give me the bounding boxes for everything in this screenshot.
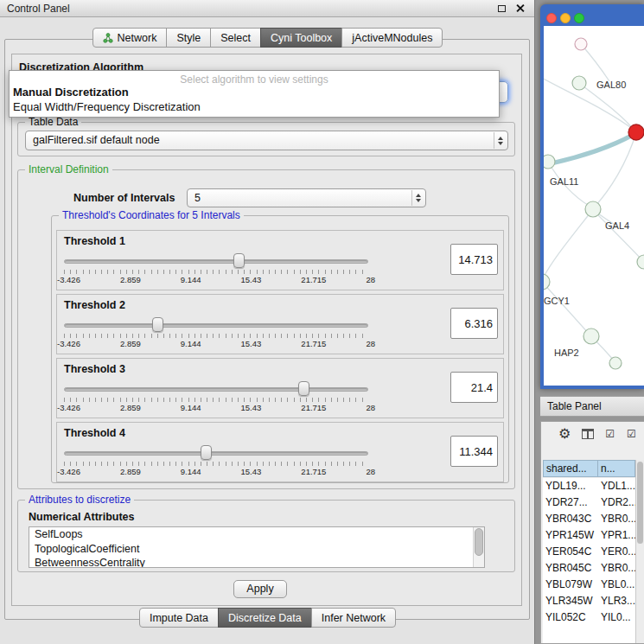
- slider-thumb[interactable]: [152, 317, 163, 332]
- attributes-group-title: Attributes to discretize: [25, 494, 134, 506]
- minimize-traffic-icon[interactable]: [560, 13, 571, 23]
- select-none-checkbox-icon[interactable]: ☑: [627, 429, 637, 439]
- list-item[interactable]: BetweennessCentrality: [29, 556, 484, 568]
- slider-track[interactable]: [64, 387, 368, 392]
- list-scrollbar[interactable]: [473, 527, 484, 567]
- scrollbar-thumb[interactable]: [637, 462, 643, 544]
- scale-label: 21.715: [301, 467, 326, 476]
- network-canvas[interactable]: GAL80 GAL11 GAL4 GCY1 HAP2: [544, 26, 644, 386]
- table-row[interactable]: YBR045C YBR0...: [543, 560, 635, 577]
- num-intervals-combobox[interactable]: 5: [187, 188, 426, 207]
- tab-impute-data[interactable]: Impute Data: [139, 608, 219, 628]
- table-row[interactable]: YLR345W YLR3...: [543, 593, 635, 609]
- table-row[interactable]: YIL052C YIL0...: [543, 609, 635, 626]
- dropdown-option-equal-width[interactable]: Equal Width/Frequency Discretization: [10, 99, 499, 114]
- tab-network[interactable]: Network: [92, 28, 168, 48]
- slider-thumb[interactable]: [233, 253, 245, 268]
- slider-thumb[interactable]: [298, 381, 309, 396]
- threshold-4-value-field[interactable]: 11.344: [450, 436, 498, 467]
- stepper-up-icon: [416, 194, 421, 197]
- threshold-4-slider[interactable]: [64, 445, 368, 461]
- table-cell[interactable]: YBL0...: [598, 577, 635, 593]
- threshold-3-slider[interactable]: [64, 381, 368, 397]
- close-traffic-icon[interactable]: [546, 13, 557, 23]
- slider-track[interactable]: [64, 259, 368, 264]
- threshold-1-value-field[interactable]: 14.713: [450, 244, 498, 275]
- tab-infer-network-label: Infer Network: [322, 612, 386, 624]
- columns-icon[interactable]: [582, 429, 594, 439]
- network-view-window[interactable]: GAL80 GAL11 GAL4 GCY1 HAP2: [540, 4, 644, 389]
- table-cell[interactable]: YPR145W: [543, 527, 598, 544]
- table-cell[interactable]: YDL19...: [543, 478, 598, 494]
- control-panel-titlebar[interactable]: Control Panel: [0, 0, 534, 17]
- scale-label: 21.715: [301, 275, 326, 284]
- maximize-traffic-icon[interactable]: [574, 13, 584, 23]
- list-item[interactable]: SelfLoops: [29, 527, 484, 542]
- threshold-1-label: Threshold 1: [64, 235, 125, 247]
- combo-stepper-icon[interactable]: [494, 132, 507, 149]
- table-cell[interactable]: YBR0...: [598, 511, 635, 527]
- table-data-combobox[interactable]: galFiltered.sif default node: [25, 131, 508, 150]
- select-all-checkbox-icon[interactable]: ☑: [605, 429, 615, 439]
- table-cell[interactable]: YDR2...: [598, 494, 635, 511]
- slider-track[interactable]: [64, 451, 368, 456]
- tab-infer-network[interactable]: Infer Network: [311, 608, 396, 628]
- table-panel-header[interactable]: Table Panel: [540, 396, 644, 417]
- table-row[interactable]: YDL19... YDL1...: [543, 478, 635, 494]
- table-scrollbar[interactable]: [635, 460, 644, 643]
- table-cell[interactable]: YPR1...: [598, 527, 635, 544]
- table-cell[interactable]: YER0...: [598, 544, 635, 560]
- column-header-name[interactable]: n...: [597, 460, 635, 477]
- column-header-shared-name[interactable]: shared...: [543, 460, 598, 477]
- close-icon[interactable]: [515, 3, 525, 13]
- table-row[interactable]: YBL079W YBL0...: [543, 577, 635, 593]
- slider-thumb[interactable]: [201, 445, 212, 460]
- table-cell[interactable]: YLR345W: [543, 593, 598, 609]
- float-window-icon[interactable]: [498, 5, 506, 12]
- dropdown-placeholder-option[interactable]: Select algorithm to view settings: [10, 71, 499, 85]
- table-cell[interactable]: YIL052C: [543, 609, 598, 626]
- attributes-list[interactable]: SelfLoops TopologicalCoefficient Between…: [29, 526, 485, 568]
- tab-jactivemodules[interactable]: jActiveMNodules: [341, 28, 443, 48]
- table-row[interactable]: YPR145W YPR1...: [543, 527, 635, 544]
- tab-discretize-data[interactable]: Discretize Data: [218, 608, 312, 628]
- tab-cyni-toolbox[interactable]: Cyni Toolbox: [260, 28, 342, 48]
- threshold-2-slider[interactable]: [64, 317, 368, 333]
- scale-label: -3.426: [57, 339, 80, 348]
- network-icon: [103, 33, 113, 43]
- table-row[interactable]: YER054C YER0...: [543, 544, 635, 560]
- num-intervals-value: 5: [194, 192, 201, 204]
- table-cell[interactable]: YER054C: [543, 544, 598, 560]
- table-cell[interactable]: YDR27...: [543, 494, 598, 511]
- apply-button[interactable]: Apply: [233, 580, 287, 598]
- attributes-group: Attributes to discretize Numerical Attri…: [17, 500, 515, 572]
- table-row[interactable]: YBR043C YBR0...: [543, 511, 635, 527]
- threshold-2-value-field[interactable]: 6.316: [450, 308, 498, 339]
- node-label: HAP2: [554, 348, 579, 358]
- table-cell[interactable]: YBR043C: [543, 511, 598, 527]
- table-cell[interactable]: YBR045C: [543, 560, 598, 577]
- slider-track[interactable]: [64, 323, 368, 328]
- selected-node[interactable]: [628, 124, 644, 140]
- table-cell[interactable]: YDL1...: [598, 478, 635, 494]
- gear-icon[interactable]: ⚙: [558, 427, 571, 441]
- table-toolbar: ⚙ ☑ ☑: [558, 427, 637, 441]
- tab-style[interactable]: Style: [166, 28, 211, 48]
- tab-select[interactable]: Select: [210, 28, 261, 48]
- table-cell[interactable]: YBL079W: [543, 577, 598, 593]
- threshold-1-panel: Threshold 1 14.713 -3.426 2.859 9.144 15…: [56, 230, 504, 290]
- table-cell[interactable]: YLR3...: [598, 593, 635, 609]
- threshold-1-slider[interactable]: [64, 253, 368, 269]
- scale-label: 2.859: [120, 467, 141, 476]
- dropdown-option-manual[interactable]: Manual Discretization: [10, 85, 499, 99]
- table-cell[interactable]: YIL0...: [598, 609, 635, 626]
- combo-stepper-icon[interactable]: [411, 190, 424, 206]
- bottom-tab-strip: Impute Data Discretize Data Infer Networ…: [0, 608, 535, 628]
- threshold-3-value-field[interactable]: 21.4: [450, 372, 498, 403]
- scale-label: -3.426: [57, 403, 80, 412]
- list-item[interactable]: TopologicalCoefficient: [29, 542, 484, 557]
- window-title: Control Panel: [7, 3, 70, 15]
- scrollbar-thumb[interactable]: [475, 528, 483, 556]
- table-cell[interactable]: YBR0...: [598, 560, 635, 577]
- table-row[interactable]: YDR27... YDR2...: [543, 494, 635, 511]
